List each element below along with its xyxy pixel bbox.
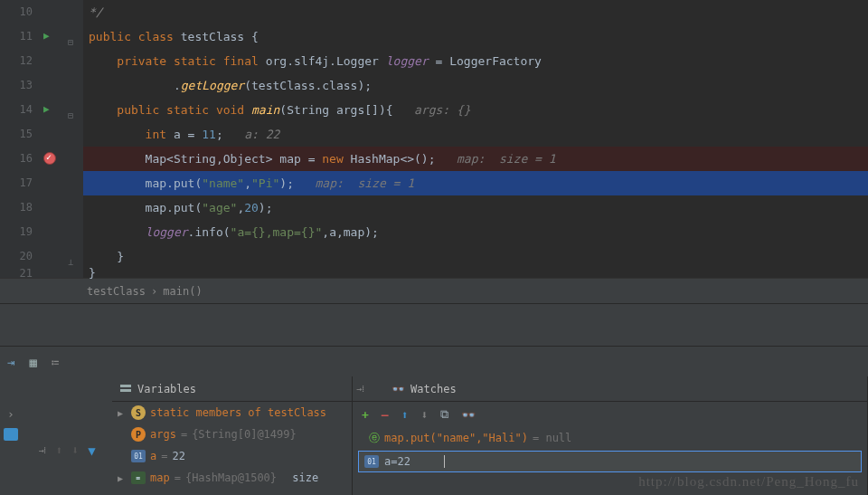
watermark-text: http://blog.csdn.net/Peng_Hong_fu — [638, 474, 859, 490]
svg-rect-0 — [120, 385, 131, 387]
text-caret — [444, 455, 445, 468]
code-editor[interactable]: 101112131415161718192021 ▶ ▶ ⊟⊟⊥ */ publ… — [0, 0, 868, 278]
calculator-icon[interactable]: ▦ — [29, 355, 36, 369]
code-line: */ — [89, 5, 103, 19]
variable-row[interactable]: ▶Sstatic members of testClass — [112, 402, 352, 424]
inline-hint: a: 22 — [244, 128, 279, 141]
marker-icon[interactable]: › — [7, 407, 14, 421]
execution-line: map.put("name","Pi"); map: size = 1 — [83, 171, 868, 195]
breadcrumb-class[interactable]: testClass — [81, 285, 151, 298]
watches-header: →⁞ 👓 Watches — [353, 376, 867, 402]
down-icon[interactable]: ⬇ — [71, 443, 79, 457]
inline-hint: args: {} — [414, 103, 471, 117]
move-up-icon[interactable]: ⬆ — [401, 408, 409, 422]
eval-badge-icon: 01 — [364, 455, 379, 468]
code-area[interactable]: */ public class testClass { private stat… — [83, 0, 868, 278]
watch-expression-field[interactable] — [384, 455, 439, 468]
debug-nav-toolbar: →⁞ ⬆ ⬇ ▼ — [22, 376, 112, 495]
variable-row[interactable]: 01a= 22 — [112, 445, 352, 467]
gutter-icons: ▶ ▶ — [40, 0, 65, 278]
tab-icon[interactable] — [4, 428, 18, 441]
run-icon[interactable]: ▶ — [43, 103, 50, 115]
variable-row[interactable]: Pargs= {String[0]@1499} — [112, 424, 352, 445]
add-watch-icon[interactable]: + — [362, 408, 369, 422]
breadcrumb[interactable]: testClass›main() — [0, 278, 868, 303]
fold-gutter: ⊟⊟⊥ — [65, 0, 83, 278]
restore-layout-icon[interactable]: ⇥ — [7, 355, 14, 369]
settings-icon[interactable]: ≔ — [52, 355, 59, 369]
copy-icon[interactable]: ⧉ — [440, 407, 448, 422]
show-watches-icon[interactable]: 👓 — [461, 408, 476, 422]
separator-bar — [0, 303, 868, 347]
filter-icon[interactable]: ▼ — [88, 443, 95, 458]
watches-toolbar: + — ⬆ ⬇ ⧉ 👓 — [353, 402, 867, 427]
up-icon[interactable]: ⬆ — [55, 443, 62, 457]
variables-header: Variables — [112, 376, 352, 402]
breadcrumb-method[interactable]: main() — [157, 285, 207, 298]
run-icon[interactable]: ▶ — [43, 30, 50, 42]
variables-panel: Variables ▶Sstatic members of testClass … — [112, 376, 353, 495]
debug-toolbar: ⇥ ▦ ≔ — [0, 347, 868, 376]
remove-watch-icon[interactable]: — — [382, 408, 389, 422]
inline-hint: map: size = 1 — [457, 152, 556, 166]
svg-rect-1 — [120, 389, 131, 392]
watch-row[interactable]: ⓔ map.put("name","Hali") = null — [353, 427, 867, 449]
breakpoint-icon[interactable] — [43, 152, 56, 165]
inline-hint: map: size = 1 — [315, 176, 414, 190]
glasses-icon: 👓 — [392, 383, 405, 395]
variable-row[interactable]: ▶≡map= {HashMap@1500} size — [112, 467, 352, 489]
watch-input[interactable]: 01 — [358, 451, 862, 472]
line-number-gutter: 101112131415161718192021 — [0, 0, 40, 278]
debug-left-strip: › — [0, 376, 22, 495]
move-down-icon[interactable]: ⬇ — [420, 408, 428, 422]
watch-eval-icon: ⓔ — [369, 431, 380, 446]
variables-icon — [119, 383, 132, 395]
